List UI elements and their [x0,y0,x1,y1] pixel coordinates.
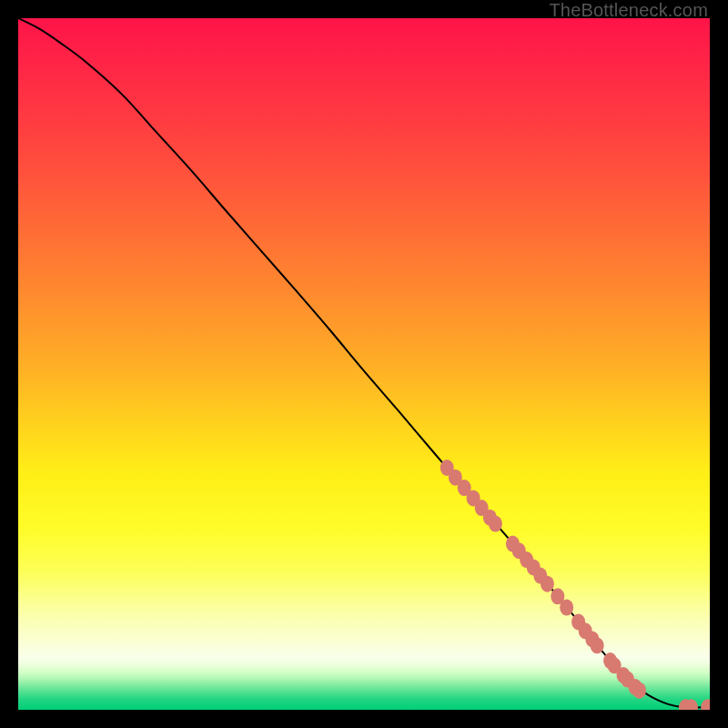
chart-background [18,18,710,710]
data-marker [489,516,502,532]
data-marker [632,682,646,699]
chart-svg [18,18,710,710]
data-marker [591,637,604,653]
data-marker [560,600,573,616]
data-marker [541,576,554,592]
